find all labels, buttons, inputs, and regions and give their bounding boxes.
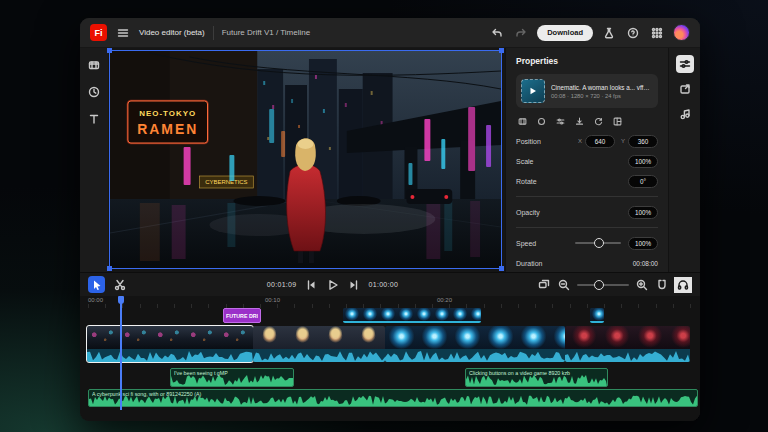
timeline-audio-clip[interactable]: I've been seeing t gMP <box>170 368 294 387</box>
zoom-out-icon[interactable] <box>557 278 571 292</box>
clip-thumbnail <box>352 326 385 349</box>
ruler-tick-label: 00:20 <box>437 297 452 303</box>
clip-thumbnail <box>469 308 481 321</box>
timeline-video-clip[interactable] <box>565 326 690 362</box>
app-window: Fi Video editor (beta) Future Drift V1 /… <box>80 18 700 421</box>
firefly-logo[interactable]: Fi <box>90 24 107 41</box>
clip-thumbnail <box>87 326 120 349</box>
layout-icon[interactable] <box>612 116 623 127</box>
text-tool-icon[interactable] <box>85 110 103 128</box>
position-row: Position X 640 Y 360 <box>516 131 658 151</box>
total-timecode: 01:00:00 <box>369 281 399 288</box>
timeline-title-clip[interactable]: FUTURE DRI <box>223 308 261 323</box>
download-button[interactable]: Download <box>537 25 593 41</box>
apps-grid-icon[interactable] <box>649 25 665 41</box>
select-tool[interactable] <box>88 276 105 293</box>
speed-row: Speed 100% <box>516 233 658 253</box>
transport-controls: 00:01:09 01:00:00 <box>134 278 531 292</box>
clip-thumbnail <box>343 308 361 321</box>
clip-thumbnail <box>451 326 484 349</box>
timeline-overlay-clip[interactable] <box>590 308 604 323</box>
selection-handle[interactable] <box>107 48 112 53</box>
speed-slider[interactable] <box>575 242 621 244</box>
snap-icon[interactable] <box>655 278 668 291</box>
audio-clip-label: Clicking buttons on a video game 8920 kz… <box>469 370 604 376</box>
track-music: A cyberpunk sci fi song, with or 8912422… <box>80 389 700 407</box>
clip-thumbnail <box>253 326 286 349</box>
split-scissors-tool[interactable] <box>111 276 128 293</box>
clip-thumbnail <box>385 326 418 349</box>
clip-thumbnail <box>319 326 352 349</box>
clip-thumbnail <box>418 326 451 349</box>
position-y-input[interactable]: 360 <box>628 135 658 148</box>
timeline[interactable]: 00:0000:1000:20 FUTURE DRI I've been see… <box>80 296 700 421</box>
sign-neo-tokyo: NEO-TOKYO <box>139 109 196 118</box>
filmstrip-icon[interactable] <box>517 116 528 127</box>
play-button[interactable] <box>326 278 340 292</box>
properties-tab-icon[interactable] <box>676 55 694 73</box>
clip-thumbnail <box>397 308 415 321</box>
audio-clip-label: I've been seeing t gMP <box>174 370 290 376</box>
redo-icon[interactable] <box>513 25 529 41</box>
properties-panel: Properties Cinematic. A woman looks a...… <box>505 48 668 272</box>
fit-timeline-icon[interactable] <box>537 278 551 292</box>
right-toolbar <box>668 48 700 272</box>
mask-circle-icon[interactable] <box>536 116 547 127</box>
rotate-input[interactable]: 0° <box>628 175 658 188</box>
scale-input[interactable]: 100% <box>628 155 658 168</box>
timeline-zoom-slider[interactable] <box>577 284 629 286</box>
timeline-ruler[interactable]: 00:0000:1000:20 <box>80 296 700 308</box>
undo-icon[interactable] <box>489 25 505 41</box>
step-forward-icon[interactable] <box>348 278 361 291</box>
timeline-audio-clip[interactable]: Clicking buttons on a video game 8920 kz… <box>465 368 608 387</box>
app-title: Video editor (beta) <box>139 28 205 37</box>
clip-actions <box>517 116 658 127</box>
current-timecode: 00:01:09 <box>267 281 297 288</box>
playhead[interactable] <box>120 296 122 410</box>
speed-input[interactable]: 100% <box>628 237 658 250</box>
beaker-icon[interactable] <box>601 25 617 41</box>
position-label: Position <box>516 138 572 145</box>
clip-thumbnail <box>153 326 186 349</box>
timeline-video-clip[interactable] <box>253 326 385 362</box>
rotate-row: Rotate 0° <box>516 171 658 191</box>
history-clock-icon[interactable] <box>85 83 103 101</box>
y-axis-label: Y <box>621 138 625 144</box>
media-tool-icon[interactable] <box>85 56 103 74</box>
audio-tab-icon[interactable] <box>676 105 694 123</box>
export-frame-icon[interactable] <box>676 80 694 98</box>
timeline-video-clip[interactable] <box>385 326 565 362</box>
timeline-video-clip[interactable] <box>87 326 253 362</box>
position-x-input[interactable]: 640 <box>585 135 615 148</box>
selected-clip-card[interactable]: Cinematic. A woman looks a... vffgenvid … <box>516 74 658 108</box>
selection-handle[interactable] <box>499 48 504 53</box>
zoom-in-icon[interactable] <box>635 278 649 292</box>
opacity-input[interactable]: 100% <box>628 206 658 219</box>
sign-ramen: RAMEN <box>137 121 198 137</box>
duration-row: Duration 00:08:00 <box>516 253 658 272</box>
track-overlay: FUTURE DRI <box>80 308 700 323</box>
step-back-icon[interactable] <box>305 278 318 291</box>
top-bar: Fi Video editor (beta) Future Drift V1 /… <box>80 18 700 48</box>
clip-thumbnail <box>186 326 219 349</box>
scale-row: Scale 100% <box>516 151 658 171</box>
extract-audio-icon[interactable] <box>574 116 585 127</box>
clip-thumbnail <box>484 326 517 349</box>
selection-handle[interactable] <box>499 266 504 271</box>
properties-title: Properties <box>516 56 658 66</box>
regenerate-icon[interactable] <box>593 116 604 127</box>
headphones-icon[interactable] <box>674 277 692 293</box>
scale-label: Scale <box>516 158 628 165</box>
breadcrumb[interactable]: Future Drift V1 / Timeline <box>222 28 310 37</box>
selection-handle[interactable] <box>107 266 112 271</box>
preview-stage: NEO-TOKYO RAMEN CYBERNETICS <box>108 48 505 272</box>
avatar[interactable] <box>673 24 690 41</box>
help-icon[interactable] <box>625 25 641 41</box>
timeline-audio-clip[interactable]: A cyberpunk sci fi song, with or 8912422… <box>88 389 698 407</box>
hamburger-menu-icon[interactable] <box>115 25 131 41</box>
timeline-overlay-clip[interactable] <box>343 308 481 323</box>
clip-name: Cinematic. A woman looks a... vffgenvid <box>551 84 653 91</box>
adjust-icon[interactable] <box>555 116 566 127</box>
video-preview[interactable]: NEO-TOKYO RAMEN CYBERNETICS <box>109 50 502 269</box>
clip-thumbnail <box>517 326 550 349</box>
